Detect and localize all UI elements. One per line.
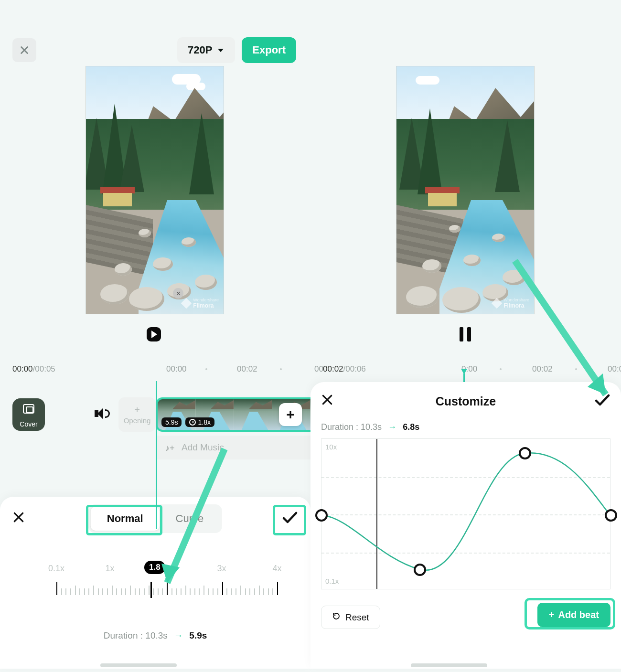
- clip-info-badges: 5.9s 1.8x: [161, 417, 214, 427]
- watermark: Wondershare Filmora: [493, 298, 529, 309]
- duration-display: Duration : 10.3s → 6.8s: [310, 422, 621, 432]
- cover-button[interactable]: Cover: [12, 398, 45, 431]
- curve-node[interactable]: [414, 564, 426, 576]
- watermark: Wondershare Filmora: [182, 298, 219, 309]
- drag-handle[interactable]: [100, 663, 177, 667]
- panel-confirm-button[interactable]: [282, 510, 298, 528]
- speed-slider[interactable]: 0.1x 1x 3x 4x 1.8: [48, 564, 291, 607]
- music-note-icon: [165, 443, 175, 452]
- plus-icon: +: [134, 405, 140, 416]
- video-clip[interactable]: 5.9s 1.8x +: [156, 397, 310, 432]
- export-button[interactable]: Export: [242, 37, 296, 63]
- panel-confirm-button[interactable]: [594, 392, 610, 411]
- add-clip-button[interactable]: +: [279, 403, 302, 426]
- speed-tabs: Normal Curve: [88, 504, 222, 533]
- timeline-ruler[interactable]: 00:02 /00:06 0:00 00:02 00:04 00:: [323, 363, 621, 375]
- curve-node[interactable]: [519, 447, 531, 459]
- speed-curve-graph[interactable]: 10x 0.1x: [321, 438, 610, 589]
- close-button[interactable]: [12, 38, 36, 62]
- time-current: 00:00: [12, 364, 33, 374]
- watermark-close-icon[interactable]: ✕: [173, 288, 183, 299]
- plus-icon: +: [549, 609, 555, 620]
- speed-value-bubble: 1.8: [144, 561, 165, 574]
- add-music-button[interactable]: Add Music: [156, 436, 310, 459]
- timeline-ruler[interactable]: 00:00 /00:05 00:00 00:02 00: [12, 363, 310, 375]
- panel-close-button[interactable]: [321, 393, 333, 409]
- playhead[interactable]: [463, 373, 465, 382]
- reset-icon: [332, 612, 341, 623]
- duration-display: Duration : 10.3s → 5.9s: [0, 630, 310, 641]
- curve-node[interactable]: [605, 509, 617, 522]
- add-opening-button[interactable]: + Opening: [118, 397, 156, 432]
- panel-close-button[interactable]: [12, 511, 25, 527]
- chevron-down-icon: [217, 44, 225, 56]
- add-beat-button[interactable]: + Add beat: [537, 603, 610, 627]
- cover-swap-icon: [23, 404, 34, 414]
- drag-handle[interactable]: [411, 663, 487, 667]
- resolution-select[interactable]: 720P: [177, 37, 235, 63]
- playhead[interactable]: [156, 381, 157, 529]
- curve-node[interactable]: [315, 509, 328, 522]
- video-preview[interactable]: ✕ Wondershare Filmora: [86, 66, 224, 314]
- reset-button[interactable]: Reset: [321, 606, 380, 629]
- panel-title: Customize: [436, 395, 496, 408]
- time-total: /00:06: [343, 364, 366, 374]
- volume-icon[interactable]: [95, 407, 108, 420]
- time-total: /00:05: [33, 364, 55, 374]
- play-button[interactable]: [147, 327, 163, 343]
- resolution-value: 720P: [188, 44, 212, 56]
- tab-normal[interactable]: Normal: [91, 507, 160, 531]
- time-current: 00:02: [323, 364, 343, 374]
- tab-curve[interactable]: Curve: [160, 507, 220, 531]
- video-preview[interactable]: Wondershare Filmora: [396, 66, 535, 314]
- pause-button[interactable]: [457, 327, 473, 343]
